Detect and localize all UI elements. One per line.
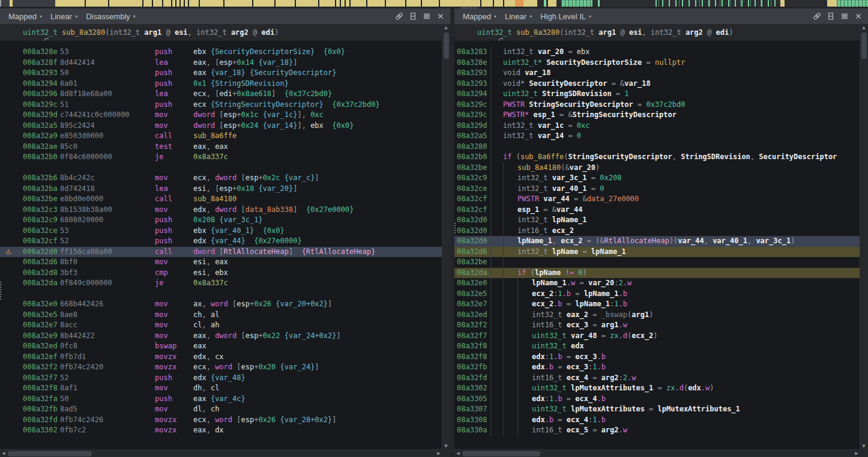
code-token[interactable]: , — [206, 353, 215, 361]
code-token[interactable]: esp — [246, 174, 259, 182]
signature-token[interactable]: ) — [729, 28, 733, 37]
address[interactable]: 08a32e0 — [454, 278, 490, 289]
code-token[interactable]: {0x37c2bd0} — [332, 100, 379, 109]
asm-line[interactable]: 008a32ed0fc8bswapeax — [0, 341, 442, 352]
code-token[interactable]: .b — [597, 416, 605, 424]
address[interactable]: 08a329d — [454, 121, 490, 132]
code-token[interactable]: ] — [315, 174, 319, 182]
code-token[interactable]: dword — [193, 247, 215, 256]
code-token[interactable]: .b — [597, 395, 605, 403]
code-token[interactable]: ebx — [577, 47, 590, 56]
code-token[interactable]: var_44 — [543, 195, 569, 203]
address[interactable]: 008a32d6 — [23, 257, 60, 268]
code-token[interactable]: uint32_t — [532, 331, 571, 340]
signature-token[interactable]: edi — [716, 28, 729, 37]
code-token[interactable]: {var_20+0x2} — [276, 300, 328, 308]
address[interactable]: 08a32a5 — [454, 131, 490, 142]
code-token[interactable]: eax — [193, 68, 206, 77]
code-token[interactable]: if — [517, 268, 526, 277]
code-token[interactable]: , — [206, 268, 215, 277]
code-token[interactable]: var_44 — [556, 205, 582, 214]
code-token[interactable]: esp — [219, 58, 232, 67]
code-token[interactable]: [ — [237, 205, 245, 214]
asm-line[interactable]: 008a32bee8bd0e0000callsub_8a4180 — [0, 194, 442, 205]
code-token[interactable]: lpName_1 — [591, 247, 626, 256]
instruction-bytes[interactable]: c744241c0c000000 — [60, 110, 155, 121]
code-token[interactable]: nullptr — [655, 58, 686, 67]
code-token[interactable]: = — [564, 132, 577, 140]
code-token[interactable]: .b — [553, 300, 562, 308]
code-token[interactable] — [315, 47, 323, 56]
code-token[interactable]: 2 — [623, 374, 627, 382]
signature-token[interactable]: @ — [616, 28, 629, 37]
code-token[interactable]: esi — [193, 184, 206, 193]
code-token[interactable]: ecx — [193, 416, 206, 424]
code-token[interactable]: .w — [619, 321, 627, 329]
address[interactable]: 08a32d6 — [454, 247, 490, 258]
asm-line[interactable]: 008a32e0668b442426movax, word [esp+0x26 … — [0, 299, 442, 310]
code-token[interactable]: esp — [224, 121, 237, 130]
code-token[interactable]: StringSecurityDescriptor — [573, 110, 677, 119]
mnemonic[interactable]: call — [155, 247, 193, 258]
code-token[interactable]: esp_1 — [517, 205, 539, 214]
code-token[interactable]: [ — [215, 110, 223, 119]
code-token[interactable]: arg2 — [601, 374, 619, 382]
code-token[interactable]: + — [258, 174, 262, 182]
instruction-bytes[interactable]: 50 — [60, 394, 155, 405]
code-token[interactable]: {var_14} — [263, 121, 298, 130]
code-token[interactable]: {StringSDRevision} — [211, 79, 289, 88]
code-token[interactable]: : — [614, 279, 618, 287]
signature-token[interactable]: uint32_t — [477, 28, 512, 37]
code-token[interactable]: 0 — [577, 132, 581, 140]
hlil-line[interactable]: 08a32be — [454, 257, 860, 268]
code-token[interactable]: = — [578, 247, 591, 256]
address[interactable]: 008a32e7 — [23, 320, 60, 331]
address[interactable]: 08a32e7 — [454, 299, 490, 310]
code-token[interactable]: = — [587, 184, 600, 193]
code-token[interactable]: esp — [241, 363, 255, 371]
code-token[interactable]: ebx — [215, 268, 228, 277]
code-token[interactable]: uint32_t — [503, 89, 542, 98]
address[interactable]: 08a32f8 — [454, 352, 490, 363]
code-token[interactable]: = — [653, 384, 666, 392]
mnemonic[interactable]: mov — [155, 299, 193, 310]
mnemonic[interactable]: call — [155, 194, 193, 205]
code-token[interactable]: .b — [597, 353, 605, 361]
code-token[interactable]: cx — [215, 353, 223, 361]
code-token[interactable]: _bswap — [601, 310, 627, 319]
address[interactable]: 008a3294 — [23, 79, 60, 89]
hlil-line[interactable]: 08a32f2int16_t ecx_3 = arg1.w — [454, 320, 860, 331]
feature-map[interactable] — [0, 0, 868, 7]
code-token[interactable]: ecx_2 — [561, 237, 582, 245]
instruction-bytes[interactable]: ff156ca08a00 — [60, 247, 155, 258]
instruction-bytes[interactable]: 52 — [60, 373, 155, 384]
address[interactable]: 008a32d0 — [23, 247, 60, 258]
code-token[interactable]: ] — [289, 247, 302, 256]
code-token[interactable]: ecx_2 — [552, 226, 574, 235]
function-signature-row[interactable]: uint32_t sub_8a3280(int32_t arg1 @ esi, … — [0, 24, 442, 41]
signature-token[interactable]: ( — [105, 28, 109, 37]
code-token[interactable]: , — [202, 300, 210, 308]
asm-line[interactable]: 008a32a9e8503d0000callsub_8a6ffe — [0, 131, 442, 142]
code-token[interactable]: ] — [293, 58, 297, 67]
address[interactable]: 008a32f8 — [23, 383, 60, 394]
code-token[interactable]: {var_4c} — [211, 395, 246, 403]
code-token[interactable]: StringSDRevision — [542, 89, 612, 98]
address[interactable]: 008a328e — [23, 47, 60, 58]
code-token[interactable]: {SecurityDescriptorSize} — [211, 47, 315, 56]
code-token[interactable]: edx — [688, 384, 701, 392]
il-level-dropdown[interactable]: Disassembly ▾ — [86, 12, 136, 21]
code-token[interactable]: lpName — [535, 268, 561, 277]
instruction-bytes[interactable]: 50 — [60, 68, 155, 79]
code-token[interactable]: void* — [503, 79, 529, 88]
code-token[interactable]: word — [211, 300, 228, 308]
mnemonic[interactable]: mov — [155, 404, 193, 415]
mnemonic[interactable]: mov — [155, 383, 193, 394]
asm-line[interactable]: 008a32c96808020000push0x208 {var_3c_1} — [0, 215, 442, 226]
layout-dropdown[interactable]: Linear ▾ — [505, 12, 532, 21]
signature-token[interactable]: , — [188, 28, 196, 37]
code-token[interactable]: {var_18} — [211, 68, 246, 77]
signature-token[interactable]: sub_8a3280 — [516, 28, 559, 37]
code-token[interactable]: esp — [237, 300, 250, 308]
instruction-bytes[interactable]: 6a01 — [60, 79, 155, 89]
